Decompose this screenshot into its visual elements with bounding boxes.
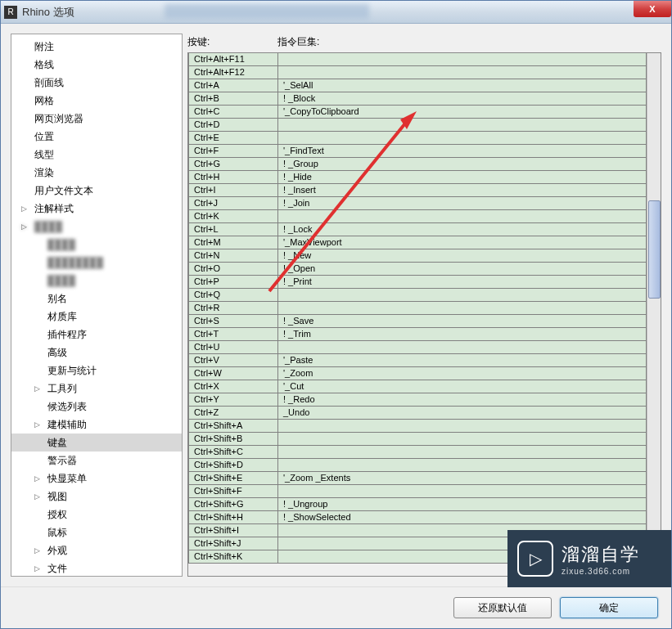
keyboard-key-cell[interactable]: Ctrl+Z <box>188 407 278 419</box>
keyboard-macro-cell[interactable]: ! _Insert <box>278 184 647 196</box>
keyboard-key-cell[interactable]: Ctrl+K <box>188 210 278 222</box>
keyboard-key-cell[interactable]: Ctrl+R <box>188 302 278 314</box>
keyboard-row[interactable]: Ctrl+M'_MaxViewport <box>188 236 647 249</box>
keyboard-key-cell[interactable]: Ctrl+Alt+F11 <box>188 53 278 65</box>
scrollbar-thumb[interactable] <box>648 200 661 299</box>
keyboard-key-cell[interactable]: Ctrl+J <box>188 197 278 209</box>
keyboard-key-cell[interactable]: Ctrl+Shift+F <box>188 485 278 497</box>
keyboard-key-cell[interactable]: Ctrl+T <box>188 328 278 340</box>
keyboard-key-cell[interactable]: Ctrl+Shift+I <box>188 524 278 537</box>
keyboard-key-cell[interactable]: Ctrl+U <box>188 341 278 353</box>
keyboard-key-cell[interactable]: Ctrl+Shift+E <box>188 472 278 484</box>
keyboard-macro-cell[interactable] <box>278 119 647 131</box>
keyboard-macro-cell[interactable]: ! _ShowSelected <box>278 511 647 523</box>
keyboard-macro-cell[interactable]: '_MaxViewport <box>278 236 647 249</box>
close-button[interactable]: X <box>634 1 671 17</box>
keyboard-key-cell[interactable]: Ctrl+L <box>188 223 278 236</box>
keyboard-macro-cell[interactable] <box>278 420 647 432</box>
keyboard-macro-cell[interactable]: ! _Redo <box>278 393 647 406</box>
keyboard-row[interactable]: Ctrl+B! _Block <box>188 92 647 106</box>
tree-item[interactable]: 工具列 <box>11 380 182 398</box>
keyboard-row[interactable]: Ctrl+Shift+D <box>188 459 647 472</box>
keyboard-macro-cell[interactable]: ! _Join <box>278 197 647 209</box>
keyboard-key-cell[interactable]: Ctrl+E <box>188 132 278 144</box>
keyboard-row[interactable]: Ctrl+N! _New <box>188 249 647 263</box>
keyboard-key-cell[interactable]: Ctrl+Alt+F12 <box>188 66 278 79</box>
keyboard-row[interactable]: Ctrl+Shift+B <box>188 433 647 446</box>
keyboard-row[interactable]: Ctrl+Q <box>188 289 647 302</box>
keyboard-row[interactable]: Ctrl+W'_Zoom <box>188 367 647 380</box>
tree-item[interactable]: ████ <box>11 218 182 236</box>
tree-item[interactable]: 键盘 <box>11 434 182 452</box>
tree-item[interactable]: 外观 <box>11 541 182 559</box>
keyboard-row[interactable]: Ctrl+Z_Undo <box>188 407 647 420</box>
keyboard-key-cell[interactable]: Ctrl+N <box>188 249 278 262</box>
keyboard-key-cell[interactable]: Ctrl+O <box>188 263 278 275</box>
tree-item[interactable]: ████ <box>11 236 182 254</box>
keyboard-row[interactable]: Ctrl+H! _Hide <box>188 171 647 184</box>
keyboard-macro-cell[interactable]: '_FindText <box>278 145 647 157</box>
keyboard-row[interactable]: Ctrl+I! _Insert <box>188 184 647 197</box>
keyboard-macro-cell[interactable]: ! _Block <box>278 92 647 105</box>
keyboard-macro-cell[interactable]: ! _Group <box>278 158 647 170</box>
keyboard-row[interactable]: Ctrl+V'_Paste <box>188 354 647 367</box>
keyboard-macro-cell[interactable]: '_Zoom <box>278 367 647 380</box>
keyboard-macro-cell[interactable] <box>278 433 647 445</box>
keyboard-row[interactable]: Ctrl+E <box>188 132 647 145</box>
keyboard-row[interactable]: Ctrl+L! _Lock <box>188 223 647 236</box>
keyboard-row[interactable]: Ctrl+X'_Cut <box>188 380 647 393</box>
keyboard-row[interactable]: Ctrl+Y! _Redo <box>188 393 647 407</box>
keyboard-key-cell[interactable]: Ctrl+I <box>188 184 278 196</box>
keyboard-key-cell[interactable]: Ctrl+P <box>188 276 278 288</box>
keyboard-key-cell[interactable]: Ctrl+Shift+K <box>188 550 278 563</box>
keyboard-macro-cell[interactable]: ! _Save <box>278 315 647 327</box>
keyboard-macro-cell[interactable] <box>278 66 647 79</box>
keyboard-row[interactable]: Ctrl+Alt+F12 <box>188 66 647 79</box>
keyboard-macro-cell[interactable]: _Undo <box>278 407 647 419</box>
tree-item[interactable]: 网格 <box>11 92 182 110</box>
keyboard-row[interactable]: Ctrl+G! _Group <box>188 158 647 171</box>
keyboard-key-cell[interactable]: Ctrl+C <box>188 106 278 118</box>
keyboard-macro-cell[interactable]: '_Zoom _Extents <box>278 472 647 484</box>
scrollbar[interactable] <box>647 53 661 576</box>
keyboard-key-cell[interactable]: Ctrl+G <box>188 158 278 170</box>
tree-item[interactable]: 位置 <box>11 128 182 146</box>
tree-item[interactable]: 别名 <box>11 290 182 308</box>
keyboard-macro-cell[interactable]: ! _Ungroup <box>278 498 647 510</box>
keyboard-macro-cell[interactable]: '_CopyToClipboard <box>278 106 647 118</box>
tree-item[interactable]: 文件 <box>11 559 182 577</box>
restore-defaults-button[interactable]: 还原默认值 <box>453 597 552 618</box>
keyboard-key-cell[interactable]: Ctrl+W <box>188 367 278 380</box>
tree-item[interactable]: 候选列表 <box>11 398 182 416</box>
keyboard-macro-cell[interactable]: '_Paste <box>278 354 647 366</box>
keyboard-key-cell[interactable]: Ctrl+Shift+H <box>188 511 278 523</box>
keyboard-macro-cell[interactable] <box>278 341 647 353</box>
ok-button[interactable]: 确定 <box>560 597 658 618</box>
keyboard-macro-cell[interactable]: ! _Print <box>278 276 647 288</box>
keyboard-row[interactable]: Ctrl+A'_SelAll <box>188 79 647 92</box>
tree-item[interactable]: 鼠标 <box>11 523 182 541</box>
keyboard-key-cell[interactable]: Ctrl+D <box>188 119 278 131</box>
keyboard-row[interactable]: Ctrl+F'_FindText <box>188 145 647 158</box>
category-tree[interactable]: 附注格线剖面线网格网页浏览器位置线型渲染用户文件文本注解样式██████████… <box>11 34 183 577</box>
keyboard-macro-cell[interactable]: '_Cut <box>278 380 647 393</box>
keyboard-row[interactable]: Ctrl+R <box>188 302 647 315</box>
keyboard-row[interactable]: Ctrl+J! _Join <box>188 197 647 210</box>
tree-item[interactable]: 材质库 <box>11 308 182 326</box>
keyboard-macro-cell[interactable]: ! _Open <box>278 263 647 275</box>
keyboard-row[interactable]: Ctrl+Shift+A <box>188 420 647 433</box>
keyboard-macro-cell[interactable]: ! _Trim <box>278 328 647 340</box>
keyboard-list[interactable]: Ctrl+Alt+F11Ctrl+Alt+F12Ctrl+A'_SelAllCt… <box>188 53 647 576</box>
tree-item[interactable]: 线型 <box>11 146 182 164</box>
keyboard-row[interactable]: Ctrl+S! _Save <box>188 315 647 328</box>
keyboard-macro-cell[interactable] <box>278 289 647 301</box>
keyboard-key-cell[interactable]: Ctrl+H <box>188 171 278 183</box>
keyboard-row[interactable]: Ctrl+Shift+E'_Zoom _Extents <box>188 472 647 485</box>
keyboard-macro-cell[interactable] <box>278 446 647 458</box>
keyboard-row[interactable]: Ctrl+U <box>188 341 647 354</box>
tree-item[interactable]: 视图 <box>11 487 182 505</box>
keyboard-key-cell[interactable]: Ctrl+X <box>188 380 278 393</box>
keyboard-key-cell[interactable]: Ctrl+Y <box>188 393 278 406</box>
keyboard-row[interactable]: Ctrl+C'_CopyToClipboard <box>188 106 647 119</box>
keyboard-macro-cell[interactable] <box>278 485 647 497</box>
